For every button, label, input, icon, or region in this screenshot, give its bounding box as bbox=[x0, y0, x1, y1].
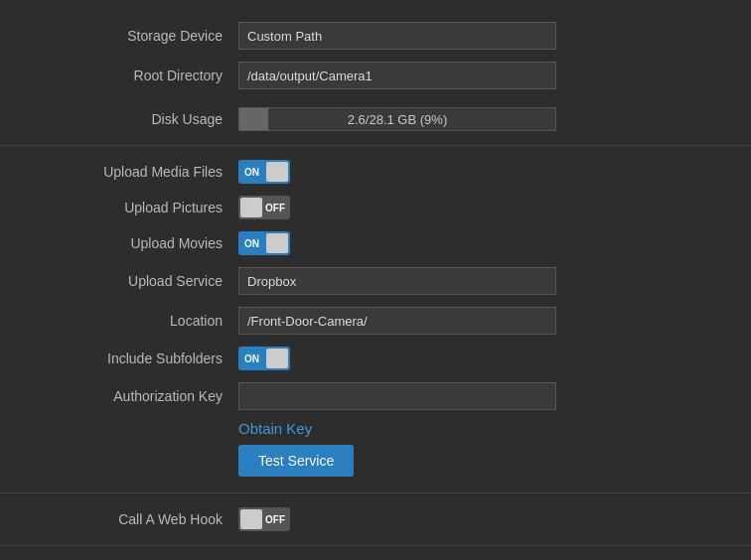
upload-pictures-toggle[interactable]: OFF bbox=[238, 196, 290, 219]
obtain-key-spacer bbox=[20, 420, 238, 437]
upload-pictures-toggle-thumb bbox=[240, 198, 262, 217]
upload-service-label: Upload Service bbox=[20, 273, 238, 289]
root-directory-input[interactable] bbox=[238, 62, 556, 89]
call-web-hook-row: Call A Web Hook OFF bbox=[0, 501, 751, 537]
root-directory-label: Root Directory bbox=[20, 68, 238, 83]
include-subfolders-toggle-thumb bbox=[266, 349, 288, 368]
storage-device-label: Storage Device bbox=[20, 28, 238, 44]
upload-media-files-row: Upload Media Files ON bbox=[0, 154, 751, 190]
upload-media-files-toggle-label: ON bbox=[244, 167, 259, 178]
call-web-hook-label: Call A Web Hook bbox=[20, 511, 238, 527]
include-subfolders-control: ON bbox=[238, 347, 731, 370]
disk-usage-bar: 2.6/28.1 GB (9%) bbox=[238, 107, 556, 131]
upload-media-files-toggle-thumb bbox=[266, 162, 288, 182]
disk-usage-text: 2.6/28.1 GB (9%) bbox=[239, 112, 555, 127]
location-input[interactable] bbox=[238, 307, 556, 335]
obtain-key-link[interactable]: Obtain Key bbox=[238, 420, 312, 437]
upload-movies-label: Upload Movies bbox=[20, 235, 238, 251]
include-subfolders-toggle[interactable]: ON bbox=[238, 347, 290, 370]
obtain-key-row: Obtain Key bbox=[0, 416, 751, 441]
include-subfolders-toggle-label: ON bbox=[244, 353, 259, 364]
upload-pictures-control: OFF bbox=[238, 196, 731, 219]
upload-service-control bbox=[238, 267, 731, 295]
obtain-key-control: Obtain Key bbox=[238, 420, 731, 437]
disk-usage-label: Disk Usage bbox=[20, 111, 238, 127]
call-web-hook-toggle-label: OFF bbox=[265, 514, 285, 525]
root-directory-row: Root Directory bbox=[0, 56, 751, 95]
upload-movies-row: Upload Movies ON bbox=[0, 225, 751, 261]
upload-pictures-toggle-label: OFF bbox=[265, 203, 285, 213]
test-service-spacer bbox=[20, 445, 238, 477]
test-service-control: Test Service bbox=[238, 445, 731, 477]
upload-movies-control: ON bbox=[238, 231, 731, 255]
test-service-row: Test Service bbox=[0, 441, 751, 485]
upload-media-files-label: Upload Media Files bbox=[20, 164, 238, 180]
upload-pictures-label: Upload Pictures bbox=[20, 200, 238, 215]
storage-device-row: Storage Device bbox=[0, 16, 751, 56]
test-service-button[interactable]: Test Service bbox=[238, 445, 354, 477]
include-subfolders-row: Include Subfolders ON bbox=[0, 341, 751, 376]
root-directory-control bbox=[238, 62, 731, 89]
location-control bbox=[238, 307, 731, 335]
authorization-key-control bbox=[238, 382, 731, 410]
upload-movies-toggle[interactable]: ON bbox=[238, 231, 290, 255]
location-row: Location bbox=[0, 301, 751, 341]
upload-media-files-control: ON bbox=[238, 160, 731, 184]
run-command-row: Run A Command OFF bbox=[0, 554, 751, 560]
authorization-key-input[interactable] bbox=[238, 382, 556, 410]
disk-usage-control: 2.6/28.1 GB (9%) bbox=[238, 107, 731, 131]
storage-device-control bbox=[238, 22, 731, 50]
storage-device-input[interactable] bbox=[238, 22, 556, 50]
call-web-hook-toggle[interactable]: OFF bbox=[238, 507, 290, 531]
include-subfolders-label: Include Subfolders bbox=[20, 350, 238, 366]
divider-1 bbox=[0, 145, 751, 146]
upload-movies-toggle-label: ON bbox=[244, 238, 259, 249]
upload-media-files-toggle[interactable]: ON bbox=[238, 160, 290, 184]
upload-movies-toggle-thumb bbox=[266, 233, 288, 253]
divider-3 bbox=[0, 545, 751, 546]
settings-panel: Storage Device Root Directory Disk Usage… bbox=[0, 0, 751, 560]
authorization-key-row: Authorization Key bbox=[0, 376, 751, 416]
call-web-hook-control: OFF bbox=[238, 507, 731, 531]
upload-service-input[interactable] bbox=[238, 267, 556, 295]
authorization-key-label: Authorization Key bbox=[20, 388, 238, 404]
upload-service-row: Upload Service bbox=[0, 261, 751, 301]
divider-2 bbox=[0, 492, 751, 493]
location-label: Location bbox=[20, 313, 238, 329]
call-web-hook-toggle-thumb bbox=[240, 509, 262, 529]
disk-usage-row: Disk Usage 2.6/28.1 GB (9%) bbox=[0, 101, 751, 137]
upload-pictures-row: Upload Pictures OFF bbox=[0, 190, 751, 225]
